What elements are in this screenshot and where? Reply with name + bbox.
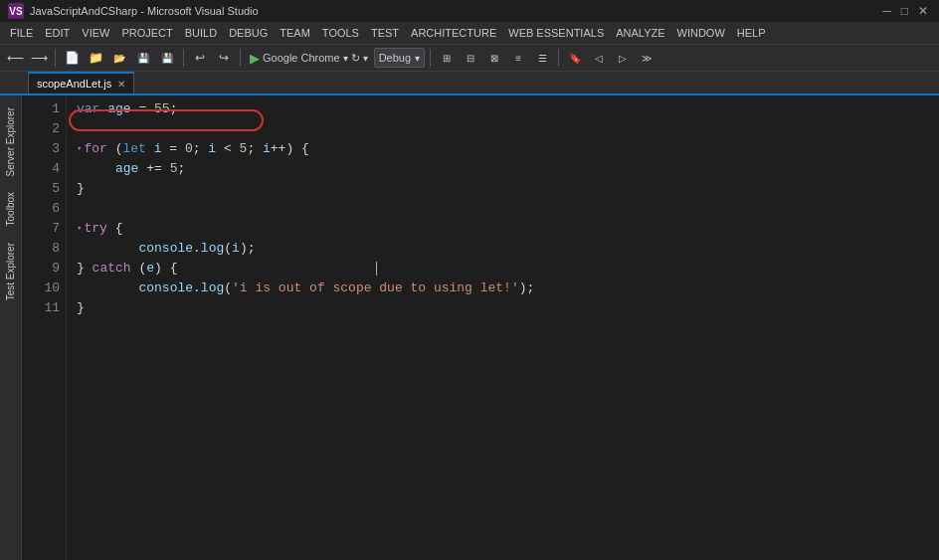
var-i2: i [208,139,216,159]
code-content[interactable]: var age = 55; ▾for (let i = 0; i < 5; i+… [67,95,939,560]
new-file-button[interactable]: 📄 [61,47,83,69]
line-num-6: 6 [22,199,60,219]
sidebar-item-toolbox[interactable]: Toolbox [2,184,19,234]
menu-web-essentials[interactable]: WEB ESSENTIALS [502,25,610,41]
debug-label: Debug [379,52,411,64]
menu-view[interactable]: VIEW [76,25,115,41]
num-5: 5 [240,139,248,159]
toolbar-btn-5[interactable]: ☰ [531,47,553,69]
minimize-icon[interactable]: ─ [879,4,894,18]
code-line-4: age += 5; [77,159,939,179]
var-i4: i [232,239,240,259]
sep3 [240,49,241,67]
line-num-8: 8 [22,239,60,259]
var-age2: age [115,159,138,179]
bookmark-prev-button[interactable]: ◁ [588,47,610,69]
menu-file[interactable]: FILE [4,25,39,41]
menu-debug[interactable]: DEBUG [223,25,274,41]
redo-button[interactable]: ↪ [213,47,235,69]
add-item-button[interactable]: 📁 [85,47,106,69]
side-panel: Server Explorer Toolbox Test Explorer [0,95,22,560]
code-line-8: console.log(i); [77,239,939,259]
title-bar: VS JavaScriptAndCSharp - Microsoft Visua… [0,0,939,22]
line-num-5: 5 [22,179,60,199]
sep5 [558,49,559,67]
code-line-2 [77,119,939,139]
debug-dropdown-arrow: ▾ [415,53,420,64]
line-num-7: 7 [22,219,60,239]
menu-project[interactable]: PROJECT [115,25,178,41]
menu-architecture[interactable]: ARCHITECTURE [405,25,502,41]
play-icon: ▶ [250,51,260,66]
undo-button[interactable]: ↩ [189,47,211,69]
sep1 [55,49,56,67]
toolbar-btn-3[interactable]: ⊠ [483,47,505,69]
str-scope-msg: 'i is out of scope due to using let!' [232,279,519,298]
ident-log2: log [201,279,224,298]
code-line-11: } [77,298,939,318]
menu-tools[interactable]: TOOLS [316,25,365,41]
forward-button[interactable]: ⟶ [28,47,50,69]
toolbar-btn-1[interactable]: ⊞ [436,47,458,69]
app-icon: VS [8,3,24,19]
ident-console2: console [138,279,193,298]
tab-scopeandletjs[interactable]: scopeAndLet.js ✕ [28,72,134,93]
menu-test[interactable]: TEST [365,25,405,41]
toolbar-btn-4[interactable]: ≡ [507,47,529,69]
run-button[interactable]: ▶ Google Chrome ▾ ↻ ▾ [246,47,372,69]
toolbar-btn-2[interactable]: ⊟ [460,47,481,69]
var-i: i [154,139,162,159]
bookmark-button[interactable]: 🔖 [564,47,586,69]
debug-config-dropdown[interactable]: Debug ▾ [374,48,425,68]
var-e: e [146,259,154,279]
window-controls: ─ □ ✕ [879,4,931,18]
open-file-button[interactable]: 📂 [108,47,130,69]
restore-icon[interactable]: □ [898,4,911,18]
line-num-4: 4 [22,159,60,179]
line-num-10: 10 [22,279,60,298]
run-target-label: Google Chrome [263,52,340,64]
code-line-9: } catch (e) { [77,259,939,279]
num-0: 0 [185,139,193,159]
line-num-9: 9 [22,259,60,279]
collapse-try[interactable]: ▾ [77,219,82,239]
num-5b: 5 [170,159,178,179]
num-55: 55 [154,99,170,119]
sep4 [430,49,431,67]
line-num-3: 3 [22,139,60,159]
kw-let: let [122,139,145,159]
sidebar-item-server-explorer[interactable]: Server Explorer [2,99,19,184]
bookmark-next-button[interactable]: ▷ [612,47,634,69]
menu-window[interactable]: WINDOW [671,25,731,41]
toolbar: ⟵ ⟶ 📄 📁 📂 💾 💾 ↩ ↪ ▶ Google Chrome ▾ ↻ ▾ … [0,44,939,72]
save-all-button[interactable]: 💾 [156,47,178,69]
collapse-for[interactable]: ▾ [77,139,82,159]
line-num-11: 11 [22,298,60,318]
line-num-1: 1 [22,99,60,119]
code-line-10: console.log('i is out of scope due to us… [77,279,939,298]
line-num-2: 2 [22,119,60,139]
code-line-7: ▾try { [77,219,939,239]
toolbar-btn-extra[interactable]: ≫ [636,47,657,69]
menu-bar: FILE EDIT VIEW PROJECT BUILD DEBUG TEAM … [0,22,939,44]
run-refresh-icon[interactable]: ↻ [351,52,360,65]
line-numbers: 1 2 3 4 5 6 7 8 9 10 11 [22,95,67,560]
sidebar-item-test-explorer[interactable]: Test Explorer [2,235,19,308]
code-line-5: } [77,179,939,199]
menu-help[interactable]: HELP [731,25,772,41]
kw-for: for [84,139,106,159]
ident-log: log [201,239,224,259]
run-dropdown-arrow[interactable]: ▾ [343,53,348,64]
var-age: age [107,99,130,119]
back-button[interactable]: ⟵ [4,47,26,69]
menu-build[interactable]: BUILD [179,25,223,41]
close-icon[interactable]: ✕ [915,4,931,18]
cursor-indicator [376,259,377,279]
tab-close-button[interactable]: ✕ [117,79,125,90]
save-button[interactable]: 💾 [132,47,154,69]
run-arrow-icon[interactable]: ▾ [363,53,368,64]
menu-edit[interactable]: EDIT [39,25,76,41]
menu-analyze[interactable]: ANALYZE [610,25,670,41]
menu-team[interactable]: TEAM [274,25,316,41]
main-layout: Server Explorer Toolbox Test Explorer 1 … [0,95,939,560]
